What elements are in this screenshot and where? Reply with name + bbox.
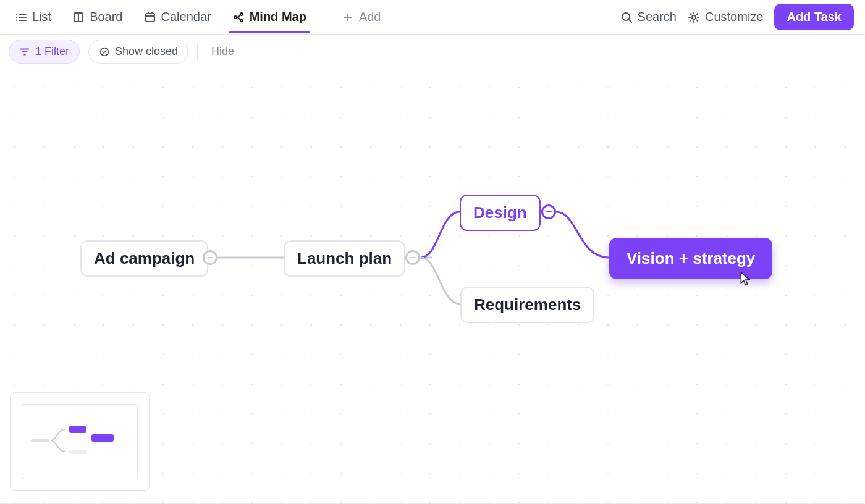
show-closed-chip[interactable]: Show closed bbox=[88, 40, 188, 64]
gear-icon bbox=[688, 11, 700, 23]
svg-point-12 bbox=[234, 16, 237, 19]
tab-label: List bbox=[32, 10, 51, 24]
view-tabs: List Board Calendar bbox=[11, 1, 384, 33]
view-tabs-bar: List Board Calendar bbox=[0, 0, 865, 35]
svg-point-19 bbox=[692, 15, 696, 19]
tab-label: Add bbox=[359, 10, 381, 24]
expand-toggle[interactable] bbox=[405, 250, 420, 265]
tab-board[interactable]: Board bbox=[69, 1, 126, 33]
svg-point-17 bbox=[622, 13, 630, 20]
topbar-actions: Search Customize Add Task bbox=[620, 4, 854, 30]
node-requirements[interactable]: Requirements bbox=[460, 287, 594, 323]
search-icon bbox=[620, 11, 633, 23]
divider bbox=[324, 10, 324, 25]
svg-point-5 bbox=[16, 20, 17, 21]
mind-map-canvas[interactable]: Ad campaign Launch plan Design Requireme… bbox=[0, 69, 865, 504]
tab-label: Mind Map bbox=[250, 10, 306, 24]
mind-map-icon bbox=[232, 11, 245, 23]
action-label: Customize bbox=[705, 10, 763, 24]
toolbar: 1 Filter Show closed Hide bbox=[0, 35, 865, 69]
filter-label: 1 Filter bbox=[35, 45, 69, 58]
divider bbox=[197, 44, 198, 60]
minimap-viewport bbox=[22, 404, 138, 479]
search-button[interactable]: Search bbox=[620, 10, 677, 24]
list-icon bbox=[15, 11, 27, 23]
minimap[interactable] bbox=[10, 392, 150, 491]
tab-mind-map[interactable]: Mind Map bbox=[229, 1, 310, 33]
svg-point-3 bbox=[16, 14, 17, 15]
node-ad-campaign[interactable]: Ad campaign bbox=[80, 240, 208, 277]
add-task-button[interactable]: Add Task bbox=[774, 4, 854, 30]
node-design[interactable]: Design bbox=[460, 195, 541, 231]
filter-icon bbox=[19, 46, 30, 57]
svg-point-14 bbox=[240, 19, 243, 22]
show-closed-label: Show closed bbox=[115, 45, 178, 58]
action-label: Search bbox=[638, 10, 677, 24]
expand-toggle[interactable] bbox=[541, 204, 556, 219]
filter-chip[interactable]: 1 Filter bbox=[9, 40, 80, 64]
tab-add-view[interactable]: Add bbox=[338, 1, 385, 33]
svg-point-13 bbox=[240, 13, 243, 15]
svg-point-4 bbox=[16, 17, 17, 18]
node-vision-strategy[interactable]: Vision + strategy bbox=[609, 238, 772, 279]
customize-button[interactable]: Customize bbox=[688, 10, 763, 24]
node-launch-plan[interactable]: Launch plan bbox=[284, 240, 405, 277]
svg-line-18 bbox=[629, 20, 631, 22]
hide-button[interactable]: Hide bbox=[206, 45, 234, 58]
expand-toggle[interactable] bbox=[203, 250, 217, 265]
tab-label: Calendar bbox=[161, 10, 211, 24]
check-circle-icon bbox=[99, 46, 110, 57]
calendar-icon bbox=[144, 11, 156, 23]
svg-rect-8 bbox=[146, 14, 154, 22]
board-icon bbox=[72, 11, 85, 23]
tab-calendar[interactable]: Calendar bbox=[140, 1, 215, 33]
plus-icon bbox=[342, 11, 354, 23]
tab-label: Board bbox=[90, 10, 122, 24]
tab-list[interactable]: List bbox=[11, 1, 55, 33]
